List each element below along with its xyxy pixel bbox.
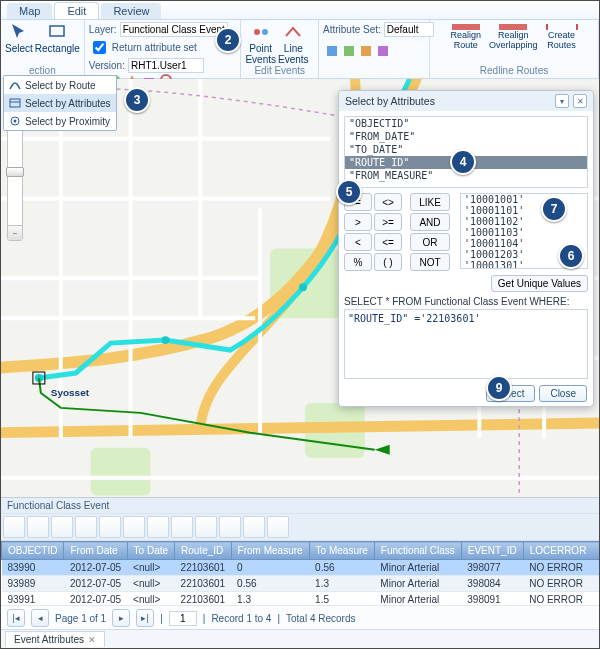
column-header[interactable]: EVENT_ID bbox=[461, 542, 523, 560]
field-item[interactable]: "FROM_DATE" bbox=[345, 130, 587, 143]
dialog-close-icon[interactable]: ✕ bbox=[573, 94, 587, 108]
pager-last[interactable]: ▸| bbox=[136, 609, 154, 627]
attribute-table[interactable]: OBJECTIDFrom DateTo DateRoute_IDFrom Mea… bbox=[1, 541, 599, 605]
svg-point-36 bbox=[299, 283, 307, 291]
operator-button[interactable]: % bbox=[344, 253, 372, 271]
return-attr-check[interactable] bbox=[93, 41, 106, 54]
table-tool[interactable] bbox=[99, 516, 121, 538]
table-tool[interactable] bbox=[75, 516, 97, 538]
realign-overlapping[interactable]: Realign Overlapping bbox=[489, 24, 538, 50]
step-badge-6: 6 bbox=[558, 243, 584, 269]
value-item[interactable]: '10001101' bbox=[461, 205, 587, 216]
operator-button[interactable]: > bbox=[344, 213, 372, 231]
event-attributes-tab[interactable]: Event Attributes✕ bbox=[5, 631, 105, 647]
table-tool[interactable] bbox=[195, 516, 217, 538]
operator-button[interactable]: >= bbox=[374, 213, 402, 231]
value-item[interactable]: '10001103' bbox=[461, 227, 587, 238]
pager-prev[interactable]: ◂ bbox=[31, 609, 49, 627]
point-events[interactable]: Point Events bbox=[245, 22, 276, 65]
pager-page-input[interactable] bbox=[169, 611, 197, 626]
table-tool[interactable] bbox=[3, 516, 25, 538]
column-header[interactable]: From Date bbox=[64, 542, 127, 560]
mini-attr-3[interactable] bbox=[359, 44, 373, 58]
operator-button[interactable]: OR bbox=[410, 233, 450, 251]
select-by-proximity[interactable]: Select by Proximity bbox=[4, 112, 116, 130]
table-tool[interactable] bbox=[219, 516, 241, 538]
version-field[interactable] bbox=[128, 58, 204, 73]
operator-grid: =<>LIKE>>=AND<<=OR%( )NOT bbox=[344, 193, 450, 271]
table-row[interactable]: 939912012-07-05<null>221036011.31.5Minor… bbox=[2, 592, 600, 606]
step-badge-5: 5 bbox=[336, 179, 362, 205]
tab-map[interactable]: Map bbox=[7, 3, 52, 19]
svg-rect-11 bbox=[378, 46, 388, 56]
svg-rect-19 bbox=[91, 448, 151, 496]
operator-button[interactable]: <> bbox=[374, 193, 402, 211]
dialog-close-button[interactable]: Close bbox=[539, 385, 587, 402]
column-header[interactable]: To Date bbox=[127, 542, 174, 560]
table-tool[interactable] bbox=[147, 516, 169, 538]
pager-next[interactable]: ▸ bbox=[112, 609, 130, 627]
line-events-icon bbox=[283, 22, 303, 42]
table-tool[interactable] bbox=[267, 516, 289, 538]
svg-point-15 bbox=[14, 120, 17, 123]
where-clause-input[interactable]: "ROUTE_ID" ='22103601' bbox=[344, 309, 588, 379]
layer-field[interactable] bbox=[120, 22, 228, 37]
table-row[interactable]: 939892012-07-05<null>221036010.561.3Mino… bbox=[2, 576, 600, 592]
operator-button[interactable]: < bbox=[344, 233, 372, 251]
table-tool[interactable] bbox=[243, 516, 265, 538]
return-attr-label: Return attribute set bbox=[112, 42, 197, 53]
select-tool[interactable]: Select bbox=[5, 22, 33, 54]
table-tool[interactable] bbox=[123, 516, 145, 538]
operator-button[interactable]: ( ) bbox=[374, 253, 402, 271]
select-by-route[interactable]: Select by Route bbox=[4, 76, 116, 94]
table-row[interactable]: 839902012-07-05<null>2210360100.56Minor … bbox=[2, 560, 600, 576]
cursor-icon bbox=[9, 22, 29, 42]
layer-label: Layer: bbox=[89, 24, 117, 35]
table-toolbar bbox=[1, 513, 599, 541]
select-by-attributes[interactable]: Select by Attributes bbox=[4, 94, 116, 112]
column-header[interactable]: LOCERROR bbox=[523, 542, 599, 560]
select-statement-label: SELECT * FROM Functional Class Event WHE… bbox=[344, 296, 588, 307]
value-item[interactable]: '10001001' bbox=[461, 194, 587, 205]
attribute-table-panel: Functional Class Event OBJECTIDFrom Date… bbox=[1, 497, 599, 630]
route-icon bbox=[8, 78, 22, 92]
mini-attr-4[interactable] bbox=[376, 44, 390, 58]
tab-edit[interactable]: Edit bbox=[54, 2, 99, 19]
attrset-field[interactable] bbox=[384, 22, 434, 37]
select-by-attributes-dialog: Select by Attributes ▾ ✕ "OBJECTID""FROM… bbox=[338, 90, 594, 407]
pager-total: Total 4 Records bbox=[286, 613, 355, 624]
operator-button[interactable]: LIKE bbox=[410, 193, 450, 211]
column-header[interactable]: Functional Class bbox=[374, 542, 461, 560]
get-unique-values-button[interactable]: Get Unique Values bbox=[491, 275, 588, 292]
create-routes[interactable]: Create Routes bbox=[546, 24, 578, 50]
dialog-header[interactable]: Select by Attributes ▾ ✕ bbox=[339, 91, 593, 111]
field-item[interactable]: "OBJECTID" bbox=[345, 117, 587, 130]
table-grid[interactable]: OBJECTIDFrom DateTo DateRoute_IDFrom Mea… bbox=[1, 541, 599, 605]
rectangle-icon bbox=[47, 22, 67, 42]
zoom-out-button[interactable]: − bbox=[8, 225, 22, 240]
line-events[interactable]: Line Events bbox=[278, 22, 309, 65]
operator-button[interactable]: AND bbox=[410, 213, 450, 231]
column-header[interactable]: To Measure bbox=[309, 542, 374, 560]
rectangle-select[interactable]: Rectangle bbox=[35, 22, 80, 54]
operator-button[interactable]: NOT bbox=[410, 253, 450, 271]
column-header[interactable]: From Measure bbox=[231, 542, 309, 560]
tab-review[interactable]: Review bbox=[101, 3, 161, 19]
mini-attr-1[interactable] bbox=[325, 44, 339, 58]
table-tool[interactable] bbox=[27, 516, 49, 538]
operator-button[interactable]: <= bbox=[374, 233, 402, 251]
dialog-help-icon[interactable]: ▾ bbox=[555, 94, 569, 108]
column-header[interactable]: OBJECTID bbox=[2, 542, 64, 560]
zoom-thumb[interactable] bbox=[6, 167, 24, 177]
column-header[interactable]: Route_ID bbox=[175, 542, 232, 560]
group-redline-title: Redline Routes bbox=[434, 65, 594, 76]
close-icon[interactable]: ✕ bbox=[88, 635, 96, 645]
realign-route[interactable]: Realign Route bbox=[450, 24, 481, 50]
step-badge-2: 2 bbox=[215, 27, 241, 53]
svg-point-6 bbox=[254, 29, 260, 35]
value-item[interactable]: '10001102' bbox=[461, 216, 587, 227]
table-tool[interactable] bbox=[171, 516, 193, 538]
mini-attr-2[interactable] bbox=[342, 44, 356, 58]
pager-first[interactable]: |◂ bbox=[7, 609, 25, 627]
table-tool[interactable] bbox=[51, 516, 73, 538]
